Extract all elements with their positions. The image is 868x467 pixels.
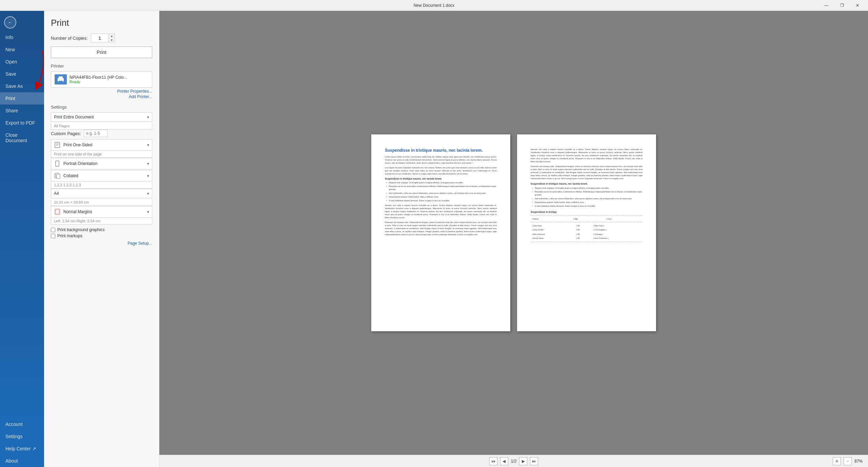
printer-links: Printer Properties... Add Printer...: [51, 89, 152, 99]
first-page-button[interactable]: ⏮: [489, 457, 497, 465]
minimize-button[interactable]: —: [818, 0, 834, 11]
svg-rect-8: [56, 161, 59, 166]
page1-bullet2: Phasellus at est sit amet tellus condime…: [389, 185, 497, 191]
td-age-1: | 30: [575, 224, 592, 228]
orientation-select[interactable]: Portrait Orientation: [63, 159, 152, 168]
sidebar-item-close-doc[interactable]: Close Document: [0, 129, 44, 147]
paper-size-select[interactable]: A4: [51, 189, 152, 198]
orientation-icon: [53, 160, 61, 168]
copies-label: Number of Copies:: [51, 36, 87, 41]
page2-para2: Praesent vel tristique odio. Suspendisse…: [531, 165, 643, 180]
td-city-3: | Chicago |: [592, 232, 643, 236]
page1-para1: Lorem ipsum dolor sit amet, consectetur …: [385, 155, 497, 165]
sidebar-item-export[interactable]: Export to PDF: [0, 117, 44, 129]
page1-bullet1: Aliquam erat volutpat. Ut fringilla quam…: [389, 181, 497, 184]
sidebar-item-help[interactable]: Help Center ↗: [0, 443, 44, 455]
settings-section-title: Settings: [51, 105, 152, 110]
page1-para4: Praesent vel tristique odio. Suspendisse…: [385, 221, 497, 236]
fit-page-button[interactable]: ⊞: [833, 457, 841, 465]
next-page-button[interactable]: ▶: [519, 457, 527, 465]
back-button[interactable]: ←: [4, 16, 16, 29]
print-scope-select[interactable]: Print Entire Document: [51, 113, 152, 122]
markups-label[interactable]: Print markups: [57, 234, 82, 238]
copies-up-btn[interactable]: ▲: [108, 34, 115, 38]
sides-select[interactable]: Print One-Sided: [63, 141, 152, 149]
svg-rect-1: [59, 76, 63, 78]
preview-area: Suspendisse in tristique mauris, nec lac…: [159, 11, 868, 467]
td-age-2: | 25: [575, 228, 592, 232]
custom-pages-row: Custom Pages:: [51, 130, 152, 137]
sidebar-item-save[interactable]: Save: [0, 68, 44, 80]
title-bar: New Document 1.docx — ❐ ✕: [0, 0, 868, 11]
margins-select[interactable]: Normal Margins: [63, 207, 152, 216]
collated-select-wrap: Collated ▼: [51, 170, 152, 182]
svg-rect-4: [55, 142, 60, 148]
add-printer-link[interactable]: Add Printer...: [129, 94, 152, 99]
copies-spinner: ▲ ▼: [108, 34, 115, 42]
maximize-button[interactable]: ❐: [834, 0, 850, 11]
td-name-4: | Emily Davis: [531, 236, 575, 240]
sidebar-item-open[interactable]: Open: [0, 56, 44, 68]
print-scope-select-wrap: Print Entire Document ▼: [51, 112, 152, 122]
markups-checkbox[interactable]: [51, 234, 55, 238]
zoom-out-button[interactable]: −: [844, 457, 852, 465]
page1-para2: n ac ligula vel justo vulputate vulputat…: [385, 166, 497, 175]
page2-subheading2: Suspendisse in tristiqu: [531, 210, 643, 214]
last-page-button[interactable]: ⏭: [530, 457, 538, 465]
printer-status: Ready: [70, 80, 149, 84]
margins-icon: [53, 208, 61, 216]
bg-graphics-label[interactable]: Print background graphics: [57, 227, 104, 232]
sides-icon: [53, 141, 61, 149]
page-counter: 1/2: [511, 459, 517, 464]
copies-input[interactable]: [91, 35, 108, 41]
print-button[interactable]: Print: [51, 46, 152, 58]
collated-select[interactable]: Collated: [63, 171, 152, 180]
page-2-preview: Aenean non odio a sapien viverra convall…: [517, 134, 656, 331]
page1-bullet3: Sed sollicitudin, nulla nec viverra bibe…: [389, 192, 497, 195]
bg-graphics-row: Print background graphics: [51, 227, 152, 232]
page2-bullet3: Sed sollicitudin, nulla nec viverra bibe…: [535, 197, 643, 200]
td-age-4: | 28: [575, 236, 592, 240]
svg-rect-11: [57, 174, 60, 179]
prev-page-button[interactable]: ◀: [500, 457, 508, 465]
td-name-3: | Bob Johnson: [531, 232, 575, 236]
copies-input-wrap: ▲ ▼: [91, 34, 115, 42]
page-setup-link[interactable]: Page Setup...: [51, 241, 152, 246]
td-city-1: | New York |: [592, 224, 643, 228]
td-name-1: | John Doe: [531, 224, 575, 228]
page1-para3: Aenean non odio a sapien viverra convall…: [385, 204, 497, 219]
sidebar: ← Info New Open Save Save As Print Share…: [0, 11, 44, 467]
printer-name: NPIA44FB1-Floor11 (HP Colo...: [70, 75, 149, 80]
preview-nav: ⏮ ◀ 1/2 ▶ ⏭ ⊞ − 87%: [159, 455, 868, 467]
th-name: | Name: [531, 217, 572, 221]
sidebar-item-save-as[interactable]: Save As: [0, 80, 44, 92]
sidebar-item-print[interactable]: Print: [0, 92, 44, 105]
page1-bullet5: In hac habitasse platea dictumst. Etiam …: [389, 199, 497, 202]
printer-properties-link[interactable]: Printer Properties...: [117, 89, 152, 94]
size-sub: 21.01 cm × 29.69 cm: [51, 200, 152, 206]
td-name-2: | Jane Smith: [531, 228, 575, 232]
printer-box: NPIA44FB1-Floor11 (HP Colo... Ready: [51, 71, 152, 88]
window-controls: — ❐ ✕: [818, 0, 865, 11]
bg-graphics-checkbox[interactable]: [51, 228, 55, 232]
sides-select-wrap: Print One-Sided ▼: [51, 139, 152, 151]
page1-heading: Suspendisse in tristique mauris, nec lac…: [385, 148, 497, 153]
sidebar-item-info[interactable]: Info: [0, 31, 44, 43]
svg-rect-3: [59, 81, 63, 82]
content-area: Print Number of Copies: ▲ ▼ Print Pri: [44, 11, 868, 467]
sidebar-item-new[interactable]: New: [0, 43, 44, 56]
sidebar-item-settings[interactable]: Settings: [0, 430, 44, 443]
window-title: New Document 1.docx: [414, 3, 455, 8]
sidebar-item-account[interactable]: Account: [0, 418, 44, 430]
printer-section-title: Printer: [51, 63, 152, 69]
custom-pages-input[interactable]: [84, 130, 107, 137]
doc-table: | Name | Age | City |: [531, 217, 643, 221]
custom-pages-label: Custom Pages:: [51, 131, 81, 136]
sidebar-item-share[interactable]: Share: [0, 105, 44, 117]
copies-down-btn[interactable]: ▼: [108, 38, 115, 42]
th-city: | City |: [605, 217, 643, 221]
close-button[interactable]: ✕: [850, 0, 865, 11]
copies-row: Number of Copies: ▲ ▼: [51, 34, 152, 42]
sides-sub: Print on one side of the page: [51, 151, 152, 158]
sidebar-item-about[interactable]: About: [0, 455, 44, 467]
